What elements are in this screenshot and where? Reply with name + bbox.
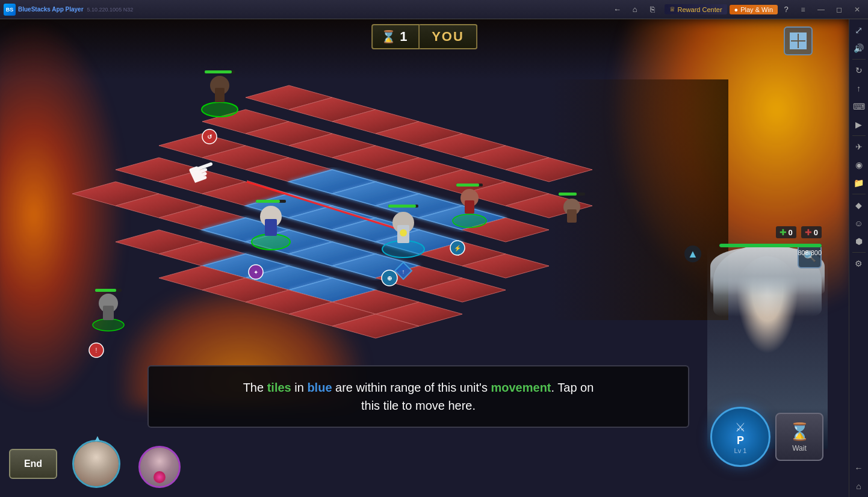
reward-center-button[interactable]: ♕ Reward Center	[665, 4, 727, 14]
svg-rect-87	[559, 193, 577, 196]
character-magnify-button[interactable]: 🔍	[798, 244, 822, 268]
swords-icon: ⚔	[735, 420, 746, 434]
svg-point-67	[382, 241, 424, 258]
player-label: YOU	[420, 24, 477, 49]
svg-point-70	[400, 229, 407, 236]
hp-display: ✚ 0 ✚ 0	[776, 226, 822, 238]
grid-cell	[791, 34, 798, 40]
avatar-up-arrow[interactable]: ▲	[93, 433, 102, 443]
end-button[interactable]: End	[9, 449, 57, 479]
hp-red-badge: ✚ 0	[801, 226, 822, 238]
sidebar-airplane[interactable]: ✈	[851, 138, 867, 155]
svg-rect-62	[265, 219, 277, 236]
maximize-button[interactable]: ◻	[831, 1, 848, 18]
hp-bar-fill	[719, 244, 822, 247]
hp-red-icon: ✚	[805, 227, 812, 237]
svg-text:↺: ↺	[207, 134, 212, 140]
scroll-up-button[interactable]: ▲	[684, 245, 701, 262]
minimize-button[interactable]: —	[813, 1, 829, 18]
game-viewport: ↺ ✦	[0, 19, 849, 497]
dialog-text-3: are within range of this unit's	[332, 381, 491, 394]
svg-rect-55	[215, 88, 225, 102]
end-label: End	[24, 458, 42, 469]
bluestacks-logo: BS BlueStacks App Player 5.10.220.1005 N…	[0, 4, 137, 16]
skill-badge-purple: ✦	[249, 265, 263, 279]
sidebar-divider-1	[852, 59, 866, 60]
hp-green-badge: ✚ 0	[776, 226, 796, 238]
action-button[interactable]: ⚔ P Lv 1	[710, 407, 770, 467]
sidebar-hexagon[interactable]: ⬢	[851, 233, 867, 250]
sidebar-screenshot[interactable]: ⌨	[851, 98, 867, 115]
wait-icon: ⌛	[789, 422, 810, 442]
bluestacks-icon: BS	[4, 4, 16, 16]
sidebar-settings[interactable]: ⚙	[851, 255, 867, 272]
sidebar-profile[interactable]: ☺	[851, 215, 867, 232]
svg-text:⊕: ⊕	[387, 275, 392, 282]
menu-button[interactable]: ≡	[795, 1, 811, 18]
sidebar-divider-2	[852, 135, 866, 136]
version-text: 5.10.220.1005 N32	[87, 7, 134, 13]
close-button[interactable]: ✕	[849, 1, 866, 18]
dialog-movement-text: movement	[491, 381, 551, 394]
action-p-label: P	[737, 434, 744, 447]
svg-text:✦: ✦	[253, 269, 258, 276]
svg-point-60	[252, 234, 290, 250]
back-button[interactable]: ←	[609, 1, 626, 18]
svg-rect-85	[567, 209, 577, 223]
dialog-text-5: this tile to move here.	[361, 399, 476, 412]
svg-text:⚡: ⚡	[454, 244, 462, 252]
sidebar-up[interactable]: ↑	[851, 80, 867, 97]
grid-expand-button[interactable]	[784, 26, 813, 55]
dialog-box[interactable]: The tiles in blue are within range of th…	[147, 365, 689, 428]
sidebar-divider-3	[852, 194, 866, 194]
avatar-2-inner	[140, 448, 179, 486]
timer-box: ⌛ 1	[371, 24, 420, 49]
svg-rect-57	[205, 70, 232, 73]
hp-red-count: 0	[814, 228, 818, 237]
sidebar-files[interactable]: 📁	[851, 174, 867, 191]
right-sidebar: ⤢ 🔊 ↻ ↑ ⌨ ▶ ✈ ◉ 📁 ◆ ☺ ⬢ ⚙ ← ⌂	[849, 19, 868, 497]
crown-icon: ♕	[669, 5, 675, 13]
sidebar-volume[interactable]: 🔊	[851, 40, 867, 57]
sidebar-back[interactable]: ←	[851, 460, 867, 477]
svg-rect-81	[456, 184, 479, 187]
coin-icon: ●	[734, 6, 739, 13]
sidebar-rotate[interactable]: ↻	[851, 62, 867, 79]
sidebar-location[interactable]: ◉	[851, 156, 867, 173]
wait-label: Wait	[792, 444, 807, 452]
help-button[interactable]: ?	[778, 1, 795, 18]
svg-rect-90	[103, 306, 114, 320]
svg-rect-92	[95, 289, 116, 292]
sidebar-record[interactable]: ▶	[851, 116, 867, 133]
windows-button[interactable]: ⎘	[644, 1, 661, 18]
grid-cell	[799, 34, 805, 40]
sidebar-macros[interactable]: ◆	[851, 197, 867, 214]
skill-badge-red: ↺	[202, 129, 217, 144]
sidebar-divider-4	[852, 252, 866, 253]
svg-text:↑: ↑	[402, 268, 405, 275]
character-archer[interactable]	[202, 70, 238, 117]
sidebar-fullscreen[interactable]: ⤢	[851, 22, 867, 39]
character-hooded[interactable]	[93, 289, 124, 331]
svg-rect-72	[388, 205, 416, 208]
home-button[interactable]: ⌂	[627, 1, 643, 18]
isometric-board[interactable]: ↺ ✦	[60, 49, 662, 410]
dialog-tiles-text: tiles	[267, 381, 291, 394]
wait-button[interactable]: ⌛ Wait	[775, 413, 823, 461]
dialog-text-1: The	[243, 381, 267, 394]
svg-rect-64	[256, 200, 280, 203]
hp-bar-container	[719, 244, 822, 247]
svg-rect-79	[465, 200, 474, 214]
svg-point-77	[453, 214, 486, 227]
play-win-button[interactable]: ● Play & Win	[730, 5, 778, 14]
character-avatar-2[interactable]	[138, 446, 181, 488]
character-avatar-1[interactable]	[72, 440, 120, 488]
dialog-blue-text: blue	[307, 381, 332, 394]
hourglass-icon: ⌛	[381, 29, 396, 44]
skill-badge-bottom: !	[89, 343, 104, 357]
sidebar-home[interactable]: ⌂	[851, 478, 867, 495]
timer-value: 1	[400, 29, 407, 45]
titlebar-nav: ← ⌂ ⎘	[609, 1, 661, 18]
skill-badge-teal: ⊕	[382, 270, 397, 286]
grid-icon	[790, 32, 807, 49]
